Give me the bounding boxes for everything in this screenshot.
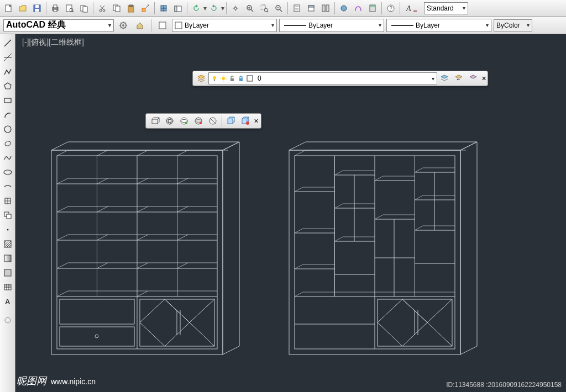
ellipse-arc-tool[interactable] [1,180,14,193]
properties-btn[interactable] [290,2,303,15]
svg-rect-17 [116,6,120,12]
block-editor-btn[interactable] [157,2,170,15]
redo-btn[interactable] [207,2,221,15]
arc-tool[interactable] [1,108,14,121]
svg-rect-53 [175,22,182,29]
match-props-btn[interactable] [139,2,152,15]
redo-dropdown-icon[interactable]: ▾ [221,4,224,12]
mtext-tool[interactable]: A [1,295,14,308]
svg-line-9 [72,11,74,12]
zoom-previous-btn[interactable] [272,2,285,15]
svg-rect-72 [4,284,11,290]
markup-btn[interactable] [352,2,365,15]
svg-rect-62 [7,214,11,219]
rectangle-tool[interactable] [1,94,14,107]
separator [226,2,227,14]
workspace-value: AutoCAD 经典 [6,19,66,31]
svg-point-78 [5,317,11,323]
svg-point-13 [103,9,105,12]
separator [187,2,187,14]
text-style-btn[interactable]: A [402,2,420,15]
undo-btn[interactable] [190,2,203,15]
sheet-set-btn[interactable] [305,2,318,15]
gradient-tool[interactable] [1,252,14,265]
svg-point-63 [7,229,8,231]
save-btn[interactable] [30,2,44,15]
workspace-settings-btn[interactable] [117,19,130,32]
circle-tool[interactable] [1,123,14,136]
print-preview-btn[interactable] [63,2,76,15]
spline-tool[interactable] [1,151,14,165]
separator [154,2,155,14]
svg-rect-42 [322,5,325,12]
text-style-dropdown[interactable]: Standard [424,2,468,14]
separator [334,2,335,14]
quickcalc-btn[interactable] [366,2,379,15]
region-tool[interactable] [1,266,14,279]
svg-line-66 [4,241,9,245]
separator [381,2,382,14]
svg-rect-11 [83,7,87,12]
workspace-home-btn[interactable] [133,19,146,32]
draw-toolbar: A [0,34,15,392]
color-dropdown[interactable]: ByLayer [172,19,277,32]
construction-line-tool[interactable] [1,51,14,64]
svg-text:A: A [406,4,411,13]
tool-palette-btn[interactable] [319,2,332,15]
hatch-tool[interactable] [1,237,14,251]
svg-point-116 [95,335,98,338]
svg-rect-5 [54,5,57,8]
workspace-dropdown[interactable]: AutoCAD 经典 [3,19,114,31]
polyline-tool[interactable] [1,65,14,78]
svg-rect-25 [175,6,177,12]
help-btn[interactable]: ? [384,2,397,15]
lineweight-swatch [391,25,413,26]
polygon-tool[interactable] [1,80,14,93]
print-btn[interactable] [49,2,62,15]
lineweight-dropdown[interactable]: ByLayer [386,19,491,32]
bylayer-color-swatch [175,22,182,29]
svg-rect-3 [35,9,39,12]
zoom-window-btn[interactable] [258,2,271,15]
new-file-btn[interactable] [2,2,15,15]
line-tool[interactable] [1,36,14,50]
svg-rect-115 [60,327,134,346]
linetype-swatch [284,25,306,26]
linetype-dropdown[interactable]: ByLayer [279,19,384,32]
copy-btn[interactable] [110,2,123,15]
revcloud-tool[interactable] [1,137,14,150]
table-tool[interactable] [1,280,14,294]
svg-rect-41 [308,6,314,7]
undo-dropdown-icon[interactable]: ▾ [203,4,207,12]
point-tool[interactable] [1,223,14,236]
ellipse-tool[interactable] [1,166,14,179]
svg-point-59 [4,170,12,174]
main-toolbar: ▾ ▾ ? A Standard [0,0,566,17]
canvas[interactable] [15,34,566,392]
pan-btn[interactable] [229,2,242,15]
svg-point-12 [99,9,102,12]
svg-point-44 [341,6,347,11]
open-file-btn[interactable] [16,2,29,15]
svg-rect-114 [60,299,134,324]
separator [151,19,151,31]
svg-line-35 [280,9,282,12]
make-block-tool[interactable] [1,209,14,222]
extra-tool-1[interactable] [1,314,14,327]
render-btn[interactable] [337,2,350,15]
paste-btn[interactable] [124,2,138,15]
plotstyle-dropdown[interactable]: ByColor [494,19,532,31]
color-picker-btn[interactable] [156,19,169,32]
svg-rect-43 [326,5,329,12]
separator [93,2,93,14]
insert-block-tool[interactable] [1,194,14,208]
cut-btn[interactable] [96,2,109,15]
zoom-realtime-btn[interactable] [243,2,256,15]
text-style-value: Standard [427,4,454,12]
svg-line-65 [4,241,7,243]
svg-line-54 [4,40,11,46]
design-center-btn[interactable] [171,2,185,15]
svg-rect-70 [4,255,11,262]
properties-toolbar: AutoCAD 经典 ByLayer ByLayer ByLayer ByCol… [0,17,566,34]
publish-btn[interactable] [77,2,91,15]
